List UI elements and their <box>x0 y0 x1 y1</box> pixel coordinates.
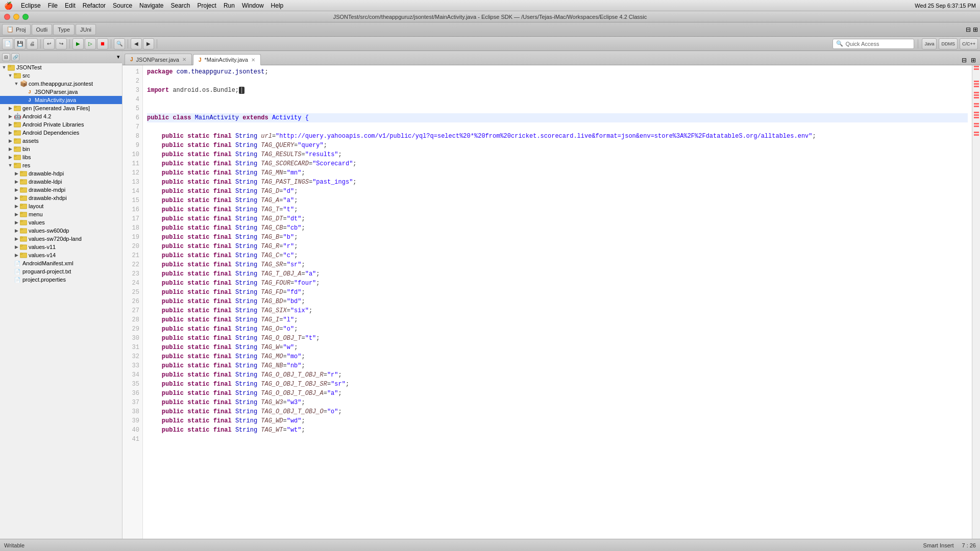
tree-item-values-sw720[interactable]: ▶ values-sw720dp-land <box>0 235 122 243</box>
tree-label-props: project.properties <box>22 277 66 283</box>
values-sw720-icon <box>19 235 28 242</box>
debug-button[interactable]: ▶ <box>72 38 84 49</box>
menu-run[interactable]: Run <box>224 2 235 9</box>
cpp-btn[interactable]: C/C++ <box>960 38 978 49</box>
tree-item-libs[interactable]: ▶ libs <box>0 153 122 161</box>
menu-source[interactable]: Source <box>113 2 132 9</box>
code-editor[interactable]: package com.theappguruz.jsontest; import… <box>143 65 972 539</box>
menu-file[interactable]: File <box>48 2 58 9</box>
stop-button[interactable]: ⏹ <box>97 38 108 49</box>
new-button[interactable]: 📄 <box>2 38 13 49</box>
tree-item-mainactivity[interactable]: J MainActivity.java <box>0 96 122 104</box>
tree-item-jsontest[interactable]: ▼ JSONTest <box>0 63 122 71</box>
perspective-tab-type[interactable]: Type <box>53 24 75 35</box>
tab-jsonparser[interactable]: J JSONParser.java ✕ <box>125 54 192 65</box>
menu-refactor[interactable]: Refactor <box>83 2 106 9</box>
redo-button[interactable]: ↪ <box>56 38 67 49</box>
tree-item-res[interactable]: ▼ res <box>0 161 122 169</box>
tab-java-icon: J <box>130 57 133 62</box>
tab-mainactivity[interactable]: J *MainActivity.java ✕ <box>193 54 261 65</box>
sidebar-menu-btn[interactable]: ▾ <box>117 54 120 60</box>
tree-item-values-v11[interactable]: ▶ values-v11 <box>0 243 122 251</box>
next-button[interactable]: ▶ <box>143 38 154 49</box>
expand-arrow-pvt: ▶ <box>7 122 13 127</box>
menu-navigate[interactable]: Navigate <box>139 2 163 9</box>
tree-label: JSONTest <box>16 64 42 70</box>
run-button[interactable]: ▷ <box>85 38 96 49</box>
close-button[interactable] <box>4 14 10 20</box>
sidebar-collapse-btn[interactable]: ⊟ <box>2 53 10 61</box>
editor-maximize-icon[interactable]: ⊞ <box>969 57 978 64</box>
tree-item-drawable-ldpi[interactable]: ▶ drawable-ldpi <box>0 178 122 186</box>
tree-item-package[interactable]: ▼ 📦 com.theappguruz.jsontest <box>0 80 122 88</box>
tree-label-res: res <box>22 162 30 168</box>
xml-file-icon: 📄 <box>13 260 21 267</box>
values-folder-icon <box>19 219 28 226</box>
tree-item-drawable-mdpi[interactable]: ▶ drawable-mdpi <box>0 186 122 194</box>
tab-close-mainactivity[interactable]: ✕ <box>251 57 255 63</box>
tree-item-manifest[interactable]: 📄 AndroidManifest.xml <box>0 259 122 267</box>
drawable-hdpi-icon <box>19 170 28 177</box>
svg-rect-33 <box>20 229 22 230</box>
maximize-button[interactable] <box>22 14 29 20</box>
tree-item-layout[interactable]: ▶ layout <box>0 202 122 210</box>
editor-content[interactable]: 12345 678910 1112131415 1617181920 21222… <box>122 65 980 539</box>
error-mark-15 <box>974 126 979 127</box>
save-button[interactable]: 💾 <box>14 38 26 49</box>
perspective-tab-junit[interactable]: JUni <box>76 24 96 35</box>
tree-item-android42[interactable]: ▶ 🤖 Android 4.2 <box>0 112 122 120</box>
java-perspective-btn[interactable]: Java <box>922 38 937 49</box>
undo-button[interactable]: ↩ <box>43 38 55 49</box>
tree-item-values-sw600[interactable]: ▶ values-sw600dp <box>0 227 122 235</box>
prev-button[interactable]: ◀ <box>131 38 142 49</box>
svg-rect-27 <box>20 204 22 206</box>
tree-label-manifest: AndroidManifest.xml <box>22 260 74 266</box>
tree-item-assets[interactable]: ▶ assets <box>0 137 122 145</box>
tree-item-jsonparser[interactable]: J JSONParser.java <box>0 88 122 96</box>
tree-item-bin[interactable]: ▶ bin <box>0 145 122 153</box>
status-writable: Writable <box>4 542 24 548</box>
error-mark-9 <box>974 103 979 105</box>
error-mark-2 <box>974 68 979 70</box>
tree-item-src[interactable]: ▼ src <box>0 71 122 80</box>
expand-arrow-deps: ▶ <box>7 130 13 135</box>
ddms-btn[interactable]: DDMS <box>939 38 958 49</box>
minimize-icon[interactable]: ⊟ <box>966 26 971 33</box>
expand-arrow-assets: ▶ <box>7 138 13 143</box>
tree-item-private-libs[interactable]: ▶ Android Private Libraries <box>0 120 122 129</box>
menu-eclipse[interactable]: Eclipse <box>21 2 41 9</box>
search-button[interactable]: 🔍 <box>114 38 125 49</box>
tree-item-drawable-xhdpi[interactable]: ▶ drawable-xhdpi <box>0 194 122 202</box>
minimize-button[interactable] <box>13 14 19 20</box>
maximize-icon[interactable]: ⊞ <box>973 26 978 33</box>
tree-item-values-v14[interactable]: ▶ values-v14 <box>0 251 122 259</box>
menu-project[interactable]: Project <box>198 2 216 9</box>
tab-jsonparser-label: JSONParser.java <box>136 57 179 63</box>
menu-help[interactable]: Help <box>271 2 284 9</box>
tree-item-values[interactable]: ▶ values <box>0 218 122 227</box>
error-mark-6 <box>974 92 979 93</box>
menu-edit[interactable]: Edit <box>65 2 76 9</box>
titlebar: JSONTest/src/com/theappguruz/jsontest/Ma… <box>0 11 980 22</box>
menu-search[interactable]: Search <box>170 2 190 9</box>
perspective-tab-outli[interactable]: Outli <box>32 24 53 35</box>
tab-mainactivity-label: *MainActivity.java <box>205 57 248 63</box>
tree-item-drawable-hdpi[interactable]: ▶ drawable-hdpi <box>0 169 122 178</box>
tree-label-src: src <box>22 72 30 79</box>
menu-window[interactable]: Window <box>242 2 264 9</box>
ea-lay: ▶ <box>13 204 19 209</box>
sidebar-link-btn[interactable]: 🔗 <box>11 53 19 61</box>
tree-item-project-props[interactable]: 📄 project.properties <box>0 276 122 284</box>
tree-label-assets: assets <box>22 138 39 144</box>
error-mark-17 <box>974 134 979 136</box>
tree-item-android-deps[interactable]: ▶ Android Dependencies <box>0 129 122 137</box>
editor-minimize-icon[interactable]: ⊟ <box>960 57 969 64</box>
tree-item-proguard[interactable]: 📄 proguard-project.txt <box>0 267 122 276</box>
deps-folder-icon <box>13 129 21 136</box>
apple-logo-icon[interactable]: 🍎 <box>4 2 13 10</box>
tree-item-gen[interactable]: ▶ gen [Generated Java Files] <box>0 104 122 112</box>
tree-item-menu[interactable]: ▶ menu <box>0 210 122 218</box>
perspective-tab-proj[interactable]: 📋 Proj <box>2 24 31 35</box>
print-button[interactable]: 🖨 <box>27 38 38 49</box>
tab-close-jsonparser[interactable]: ✕ <box>182 57 186 62</box>
